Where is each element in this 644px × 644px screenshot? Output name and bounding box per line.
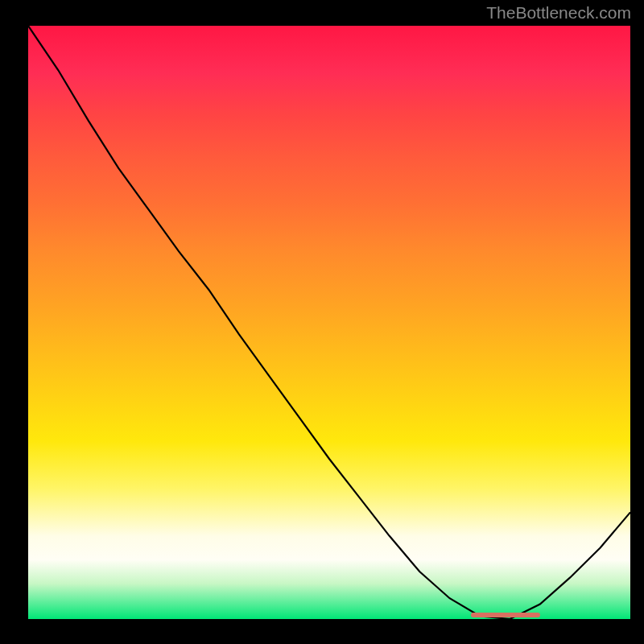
watermark-text: TheBottleneck.com <box>486 3 631 23</box>
optimal-zone-marker <box>471 613 540 617</box>
heat-gradient <box>28 26 630 619</box>
chart-container: TheBottleneck.com <box>0 0 644 644</box>
plot-area <box>28 26 630 619</box>
